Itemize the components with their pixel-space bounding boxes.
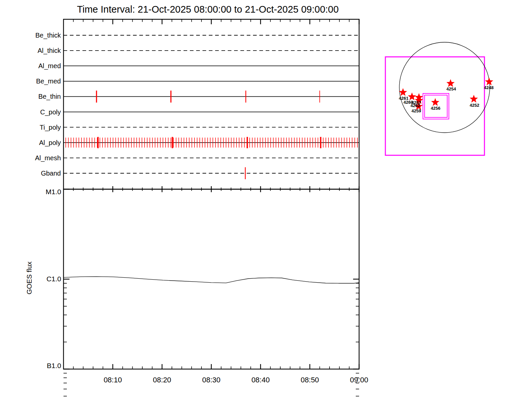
- active-region-label-4254: 4254: [447, 86, 457, 91]
- goes-y-axis-title: GOES flux: [25, 261, 33, 295]
- active-region-star-4254: [447, 79, 455, 87]
- instrument-timeline-panel: Be_thickAl_thickAl_medBe_medBe_thinC_pol…: [35, 19, 359, 189]
- filter-label-Be_thick: Be_thick: [35, 32, 61, 39]
- active-region-label-4256: 4256: [431, 106, 441, 111]
- goes-frame: [64, 189, 359, 369]
- filter-label-C_poly: C_poly: [40, 108, 61, 116]
- goes-y-tick-label: M1.0: [46, 188, 61, 196]
- active-region-label-4262: 4262: [411, 103, 420, 108]
- goes-y-tick-label: C1.0: [47, 275, 61, 283]
- goes-x-tick-label: 09:00: [350, 376, 368, 384]
- filter-label-Al_poly: Al_poly: [39, 139, 61, 147]
- active-region-label-4248: 4248: [484, 85, 494, 90]
- goes-flux-panel: M1.0C1.0B1.008:1008:2008:3008:4008:5009:…: [46, 186, 368, 399]
- filter-label-Gband: Gband: [41, 170, 61, 177]
- timeline-frame: [64, 19, 359, 189]
- filter-label-Al_mesh: Al_mesh: [35, 154, 61, 162]
- active-region-star-4256: [431, 98, 440, 106]
- goes-y-tick-label: B1.0: [47, 362, 61, 369]
- filter-label-Be_med: Be_med: [36, 77, 61, 85]
- filter-label-Be_thin: Be_thin: [38, 93, 61, 100]
- active-region-label-4252: 4252: [470, 103, 479, 108]
- filter-label-Al_thick: Al_thick: [38, 47, 61, 55]
- solar-map: 426142604257426242594256425442524248: [385, 42, 493, 155]
- goes-x-tick-label: 08:50: [301, 376, 319, 384]
- plot-canvas: Be_thickAl_thickAl_medBe_medBe_thinC_pol…: [0, 0, 532, 399]
- active-region-star-4248: [485, 77, 493, 85]
- filter-label-Ti_poly: Ti_poly: [40, 124, 61, 131]
- goes-x-tick-label: 08:20: [153, 376, 171, 384]
- goes-x-tick-label: 08:10: [104, 376, 122, 384]
- active-region-label-4259: 4259: [412, 108, 421, 113]
- filter-label-Al_med: Al_med: [38, 62, 61, 70]
- goes-flux-curve: [64, 277, 359, 283]
- active-region-star-4260: [408, 92, 416, 100]
- goes-x-tick-label: 08:40: [251, 376, 270, 384]
- goes-x-tick-label: 08:30: [202, 376, 220, 384]
- active-region-star-4252: [470, 95, 478, 103]
- plot-page: Time Interval: 21-Oct-2025 08:00:00 to 2…: [0, 0, 532, 399]
- chart-title: Time Interval: 21-Oct-2025 08:00:00 to 2…: [53, 4, 362, 15]
